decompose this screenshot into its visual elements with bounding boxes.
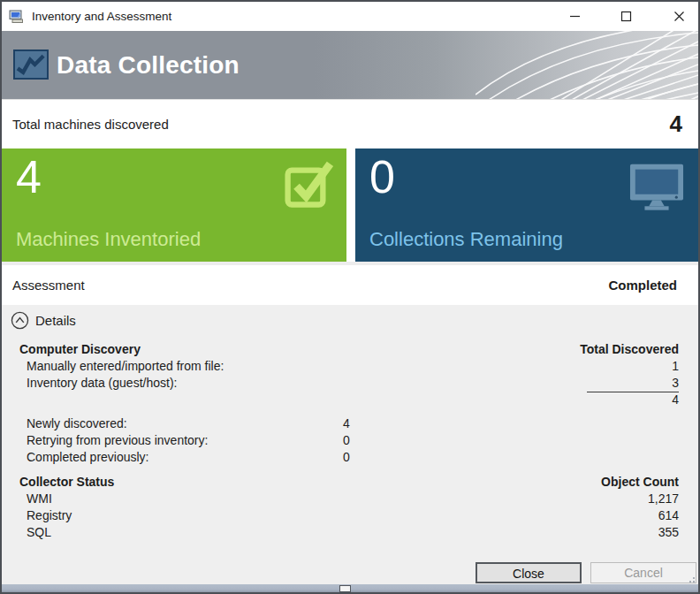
table-row: Registry 614 xyxy=(2,507,698,524)
collections-remaining-label: Collections Remaining xyxy=(369,228,563,251)
monitor-icon xyxy=(629,163,684,212)
retrying-value: 0 xyxy=(343,432,350,449)
object-count-heading: Object Count xyxy=(601,474,679,491)
table-row: SQL 355 xyxy=(2,524,698,541)
total-machines-row: Total machines discovered 4 xyxy=(2,100,698,148)
page-header: Data Collection xyxy=(2,31,698,99)
assessment-status: Completed xyxy=(608,265,677,305)
bottom-notch xyxy=(339,585,351,592)
collections-remaining-tile: 0 Collections Remaining xyxy=(355,148,698,262)
mesh-decoration xyxy=(476,31,698,99)
computer-icon xyxy=(9,9,25,24)
collector-status-heading-row: Collector Status Object Count xyxy=(2,474,698,491)
checkbox-check-icon xyxy=(285,159,334,209)
wmi-label: WMI xyxy=(27,491,52,507)
sql-value: 355 xyxy=(658,524,679,541)
total-machines-label: Total machines discovered xyxy=(12,100,169,148)
table-row: Completed previously: 0 xyxy=(2,449,698,466)
assessment-row: Assessment Completed xyxy=(2,265,698,305)
details-toggle-label: Details xyxy=(35,305,76,336)
close-dialog-button[interactable]: Close xyxy=(476,562,582,583)
resize-grip[interactable] xyxy=(687,575,696,583)
machines-inventoried-label: Machines Inventoried xyxy=(16,228,201,251)
close-button[interactable] xyxy=(659,2,699,31)
close-icon xyxy=(673,11,685,22)
table-row: Manually entered/imported from file: 1 xyxy=(2,358,698,375)
discovery-total-value: 4 xyxy=(672,392,679,408)
completed-previously-value: 0 xyxy=(343,449,350,466)
computer-discovery-heading: Computer Discovery xyxy=(19,341,141,358)
maximize-button[interactable] xyxy=(606,2,646,31)
machines-inventoried-count: 4 xyxy=(16,150,42,203)
newly-discovered-label: Newly discovered: xyxy=(27,415,127,432)
page-title: Data Collection xyxy=(57,31,240,99)
newly-discovered-value: 4 xyxy=(343,415,350,432)
manually-entered-value: 1 xyxy=(672,358,679,375)
table-row: Retrying from previous inventory: 0 xyxy=(2,432,698,449)
collector-status-heading: Collector Status xyxy=(19,474,114,491)
table-row: Inventory data (guest/host): 3 xyxy=(2,375,698,392)
registry-value: 614 xyxy=(658,507,679,524)
machines-inventoried-tile: 4 Machines Inventoried xyxy=(2,148,346,262)
maximize-icon xyxy=(620,11,632,22)
chevron-up-circle-icon xyxy=(11,311,29,330)
completed-previously-label: Completed previously: xyxy=(27,449,149,466)
computer-discovery-heading-row: Computer Discovery Total Discovered xyxy=(2,341,698,358)
registry-label: Registry xyxy=(27,507,72,524)
details-toggle[interactable]: Details xyxy=(2,305,698,336)
inventory-assessment-window: Inventory and Assessment xyxy=(0,0,700,594)
window-title: Inventory and Assessment xyxy=(32,2,171,31)
wmi-value: 1,217 xyxy=(648,491,679,507)
line-chart-icon xyxy=(13,50,49,80)
table-row: WMI 1,217 xyxy=(2,491,698,507)
collections-remaining-count: 0 xyxy=(369,150,395,203)
total-machines-value: 4 xyxy=(670,100,682,148)
assessment-label: Assessment xyxy=(12,265,85,305)
details-body: Computer Discovery Total Discovered Manu… xyxy=(2,341,698,541)
discovery-total-row: 4 xyxy=(2,392,698,408)
details-panel: Details Computer Discovery Total Discove… xyxy=(2,305,698,584)
total-discovered-heading: Total Discovered xyxy=(580,341,679,358)
retrying-label: Retrying from previous inventory: xyxy=(27,432,208,449)
manually-entered-label: Manually entered/imported from file: xyxy=(27,358,224,375)
table-row: Newly discovered: 4 xyxy=(2,415,698,432)
inventory-data-label: Inventory data (guest/host): xyxy=(27,375,177,392)
title-bar[interactable]: Inventory and Assessment xyxy=(2,2,698,31)
cancel-button[interactable]: Cancel xyxy=(590,562,696,583)
sql-label: SQL xyxy=(27,524,51,541)
minimize-button[interactable] xyxy=(555,2,595,31)
minimize-icon xyxy=(569,11,581,22)
inventory-data-value: 3 xyxy=(587,375,679,392)
